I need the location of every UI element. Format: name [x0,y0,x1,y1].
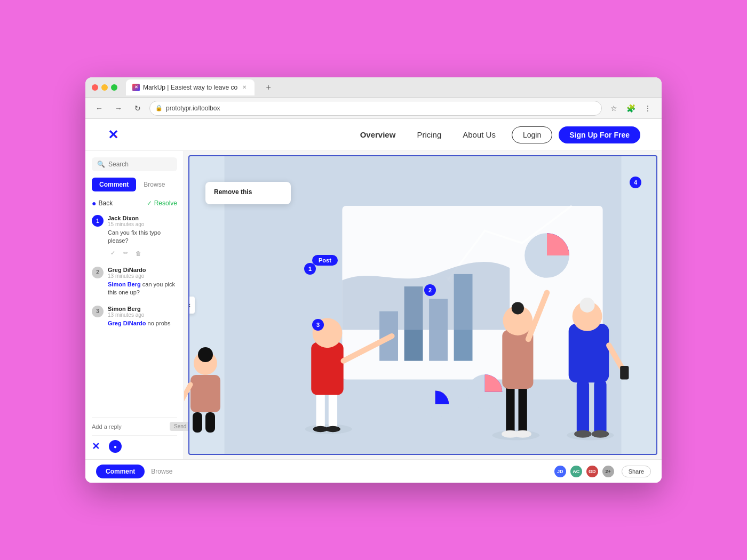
collab-avatar-gd: GD [585,465,599,478]
svg-rect-31 [577,380,589,436]
collab-avatar-jd: JD [553,465,567,478]
tab-title: MarkUp | Easiest way to leave co [143,84,237,91]
login-button[interactable]: Login [512,126,552,143]
badge-1: 1 [304,263,316,275]
bottom-comment-button[interactable]: Comment [96,465,145,478]
back-nav-button[interactable]: ← [92,101,107,116]
comment-text: Simon Berg can you pick this one up? [108,281,177,297]
svg-point-29 [512,302,524,314]
resolve-check-icon: ✓ [147,199,152,207]
website-content: ✕ . Overview Pricing About Us Login Sign… [85,119,662,483]
browser-titlebar: ✕ MarkUp | Easiest way to leave co ✕ + [85,77,662,98]
svg-point-33 [574,430,592,438]
delete-action-icon[interactable]: 🗑 [133,249,143,258]
app-area: 🔍 Comment Browse ● Back ✓ Resolve [85,151,662,459]
bottom-browse-button[interactable]: Browse [151,468,172,475]
collab-avatar-ac: AC [569,465,583,478]
svg-point-17 [325,426,340,433]
collaborator-avatars: JD AC GD 2+ [553,465,615,478]
toolbar-icons: ☆ 🧩 ⋮ [606,101,655,116]
svg-rect-14 [316,392,325,429]
reload-button[interactable]: ↻ [130,101,145,116]
svg-rect-42 [190,375,220,412]
search-bar[interactable]: 🔍 [92,157,177,171]
avatar: 1 [92,215,104,227]
maximize-button[interactable] [111,84,117,91]
comment-item: 1 Jack Dixon 15 minutes ago Can you fix … [92,215,177,258]
comment-thread: 1 Jack Dixon 15 minutes ago Can you fix … [92,215,177,417]
site-logo[interactable]: ✕ . [107,126,124,143]
resolve-button[interactable]: ✓ Resolve [147,199,177,207]
nav-links: Overview Pricing About Us [360,130,496,139]
svg-rect-18 [311,342,343,395]
comment-actions: ✓ ✏ 🗑 [108,249,177,258]
post-button[interactable]: Post [312,255,338,266]
svg-rect-15 [329,392,337,429]
svg-rect-35 [569,324,609,382]
mention: Greg DiNardo [108,320,146,326]
comment-item: 2 Greg DiNardo 13 minutes ago Simon Berg… [92,267,177,297]
comment-body: Jack Dixon 15 minutes ago Can you fix th… [108,215,177,258]
reply-area: Send [92,417,177,431]
logo-svg: ✕ . [107,126,124,143]
canvas-area[interactable]: Remove this Post 1 2 3 4 ‹ [188,155,657,455]
forward-nav-button[interactable]: → [111,101,126,116]
badge-3: 3 [312,319,324,331]
sidebar-nav-row: ● Back ✓ Resolve [92,199,177,207]
share-button[interactable]: Share [622,466,651,477]
sidebar-bottom-logo: ✕ ● [92,435,177,453]
svg-rect-44 [205,412,215,433]
svg-line-45 [184,385,190,406]
minimize-button[interactable] [101,84,108,91]
traffic-lights [92,84,117,91]
nav-about[interactable]: About Us [463,130,496,139]
search-input[interactable] [108,161,172,168]
tab-close-icon[interactable]: ✕ [241,84,248,91]
left-nav-arrow[interactable]: ‹ [188,297,195,314]
comment-popup: Remove this [205,182,291,204]
comment-tab[interactable]: Comment [92,178,136,191]
badge-4: 4 [630,177,641,188]
svg-rect-37 [620,366,629,380]
svg-text:.: . [115,130,117,139]
comment-text: Can you fix this typo please? [108,229,177,245]
comment-item: 3 Simon Berg 13 minutes ago Greg DiNardo… [92,306,177,327]
mention: Simon Berg [108,281,141,287]
comment-author: Greg DiNardo [108,267,177,273]
svg-rect-23 [519,386,527,435]
sidebar: 🔍 Comment Browse ● Back ✓ Resolve [85,151,184,459]
browser-tab[interactable]: ✕ MarkUp | Easiest way to leave co ✕ [126,79,255,95]
url-text: prototypr.io/toolbox [166,105,220,112]
signup-button[interactable]: Sign Up For Free [559,126,640,143]
back-button[interactable]: ● Back [92,199,113,207]
bookmark-icon[interactable]: ☆ [606,101,621,116]
svg-text:✕: ✕ [92,441,100,452]
back-label: Back [98,199,113,207]
address-bar[interactable]: 🔒 prototypr.io/toolbox [149,101,602,116]
resolve-label: Resolve [154,199,177,207]
comment-time: 13 minutes ago [108,312,177,318]
collab-avatar-more: 2+ [601,465,615,478]
nav-overview[interactable]: Overview [360,130,396,139]
new-tab-button[interactable]: + [261,80,276,95]
close-button[interactable] [92,84,98,91]
bottom-bar: Comment Browse JD AC GD 2+ Share [85,459,662,483]
svg-point-41 [198,347,213,362]
reply-input[interactable] [92,423,165,430]
left-figure-svg [184,347,227,433]
svg-rect-32 [594,380,606,436]
browser-toolbar: ← → ↻ 🔒 prototypr.io/toolbox ☆ 🧩 ⋮ [85,98,662,119]
comment-text-rest: no probs [148,320,171,326]
bottom-logo-icon: ✕ [92,440,105,453]
check-action-icon[interactable]: ✓ [108,249,117,258]
popup-title: Remove this [214,188,282,196]
sidebar-tabs: Comment Browse [92,178,177,191]
more-options-icon[interactable]: ⋮ [640,101,655,116]
nav-pricing[interactable]: Pricing [417,130,441,139]
svg-point-39 [580,298,595,313]
browse-tab[interactable]: Browse [139,178,169,191]
extension-icon[interactable]: 🧩 [623,101,638,116]
edit-action-icon[interactable]: ✏ [121,249,130,258]
site-nav: ✕ . Overview Pricing About Us Login Sign… [85,119,662,151]
bottom-user-avatar[interactable]: ● [109,440,122,453]
